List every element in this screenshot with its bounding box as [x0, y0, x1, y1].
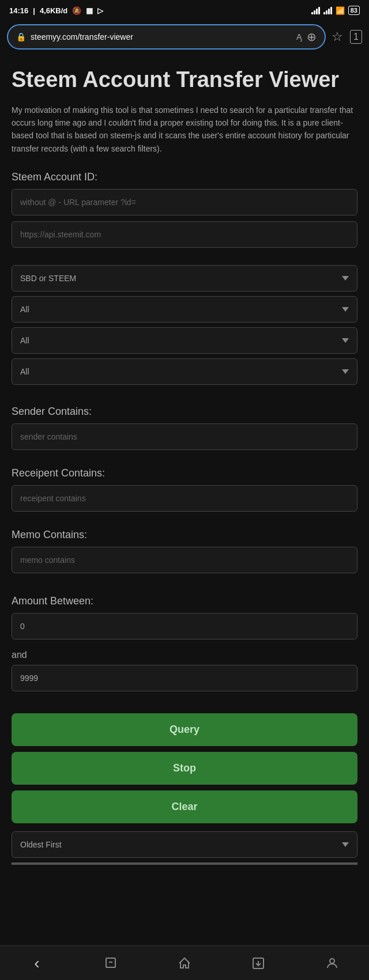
- time: 14:16: [9, 6, 28, 15]
- sender-label: Sender Contains:: [12, 406, 357, 418]
- nav-bookmarks[interactable]: [74, 956, 148, 970]
- filter2-select[interactable]: All: [12, 327, 357, 354]
- search-circle-icon[interactable]: ⊕: [307, 30, 317, 44]
- api-url-input[interactable]: [12, 221, 357, 248]
- account-id-section: Steem Account ID:: [12, 171, 357, 253]
- nav-back[interactable]: ‹: [0, 954, 74, 973]
- recipient-label: Receipent Contains:: [12, 467, 357, 479]
- lock-icon: 🔒: [16, 32, 26, 41]
- status-bar: 14:16 | 4,6KB/d 🔕 ▦ ▷ 📶 83: [0, 0, 369, 21]
- clear-button[interactable]: Clear: [12, 790, 357, 823]
- url-bar[interactable]: 🔒 steemyy.com/transfer-viewer A̧ ⊕: [7, 24, 326, 50]
- filter3-select[interactable]: All: [12, 358, 357, 385]
- nav-profile[interactable]: [295, 956, 369, 970]
- memo-section: Memo Contains:: [12, 529, 357, 579]
- wifi-icon: 📶: [336, 6, 345, 15]
- recipient-input[interactable]: [12, 485, 357, 512]
- amount-min-input[interactable]: [12, 613, 357, 640]
- amount-max-input[interactable]: [12, 665, 357, 691]
- sort-select[interactable]: Oldest First Newest First: [12, 831, 357, 858]
- account-id-input[interactable]: [12, 189, 357, 215]
- sender-input[interactable]: [12, 423, 357, 450]
- sender-section: Sender Contains:: [12, 406, 357, 456]
- description: My motivation of making this tool is tha…: [12, 104, 357, 156]
- page-title: Steem Account Transfer Viewer: [12, 67, 357, 93]
- message-icon: ▦: [86, 6, 93, 15]
- data-speed: |: [33, 6, 35, 15]
- browser-actions: ☆ 1: [332, 29, 362, 44]
- translate-icon: A̧: [296, 32, 302, 41]
- browser-bar: 🔒 steemyy.com/transfer-viewer A̧ ⊕ ☆ 1: [0, 21, 369, 53]
- star-icon[interactable]: ☆: [332, 29, 343, 44]
- selects-group: SBD or STEEM All All All: [12, 265, 357, 389]
- scroll-indicator: [12, 862, 357, 865]
- and-label: and: [12, 650, 357, 660]
- query-button[interactable]: Query: [12, 713, 357, 746]
- status-right: 📶 83: [311, 6, 360, 15]
- tabs-icon[interactable]: 1: [350, 30, 362, 44]
- status-left: 14:16 | 4,6KB/d 🔕 ▦ ▷: [9, 6, 103, 15]
- memo-input[interactable]: [12, 547, 357, 573]
- signal-bars-1: [311, 6, 320, 14]
- bottom-nav: ‹: [0, 945, 369, 980]
- nav-downloads[interactable]: [221, 956, 295, 970]
- amount-label: Amount Between:: [12, 595, 357, 607]
- amount-section: Amount Between: and: [12, 595, 357, 697]
- currency-select[interactable]: SBD or STEEM: [12, 265, 357, 292]
- svg-point-3: [330, 959, 334, 963]
- signal-bars-2: [323, 6, 332, 14]
- main-content: Steem Account Transfer Viewer My motivat…: [0, 53, 369, 913]
- stop-button[interactable]: Stop: [12, 752, 357, 785]
- filter1-select[interactable]: All: [12, 296, 357, 323]
- memo-label: Memo Contains:: [12, 529, 357, 541]
- notification-icon: 🔕: [72, 6, 81, 15]
- battery: 83: [348, 6, 360, 15]
- nav-home[interactable]: [148, 956, 221, 970]
- data-rate: 4,6KB/d: [40, 6, 67, 15]
- account-id-label: Steem Account ID:: [12, 171, 357, 183]
- recipient-section: Receipent Contains:: [12, 467, 357, 517]
- cast-icon: ▷: [97, 6, 103, 15]
- url-text: steemyy.com/transfer-viewer: [31, 32, 292, 41]
